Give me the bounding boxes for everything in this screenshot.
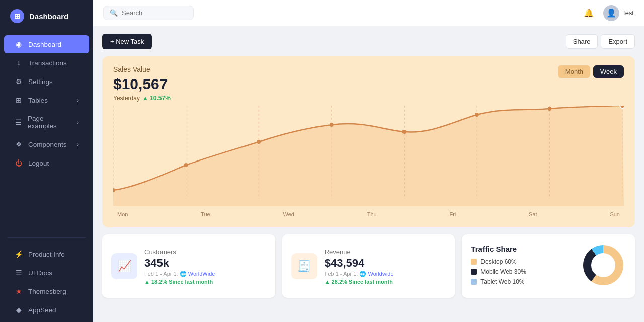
chart-label-mon: Mon	[117, 211, 128, 217]
chart-label-thu: Thu	[367, 211, 377, 217]
appseed-icon: ◆	[14, 306, 23, 314]
sidebar-item-ui-docs[interactable]: ☰ UI Docs	[4, 264, 89, 282]
sidebar-item-transactions[interactable]: ↕ Transactions	[4, 54, 89, 72]
components-arrow-icon: ›	[77, 141, 79, 147]
sidebar-item-page-examples[interactable]: ☰ Page examples ›	[4, 110, 89, 135]
page-examples-icon: ☰	[14, 118, 23, 126]
legend-dot-mobile	[471, 269, 477, 275]
customers-location: 🌐	[180, 271, 188, 277]
week-button[interactable]: Week	[593, 65, 624, 78]
sidebar-item-settings[interactable]: ⚙ Settings	[4, 72, 89, 91]
svg-point-11	[330, 123, 334, 127]
sidebar-nav: ◉ Dashboard ↕ Transactions ⚙ Settings ⊞ …	[0, 32, 93, 233]
svg-point-12	[403, 130, 407, 134]
new-task-button[interactable]: + New Task	[102, 34, 152, 49]
revenue-location-text: Worldwide	[368, 271, 393, 277]
customers-trend: ▲ 18.2% Since last month	[144, 279, 266, 285]
username: test	[623, 9, 634, 17]
month-button[interactable]: Month	[558, 65, 590, 78]
sidebar-label-settings: Settings	[28, 78, 53, 86]
sales-card: Sales Value $10,567 Yesterday ▲ 10.57% M…	[102, 56, 635, 227]
customers-date: Feb 1 - Apr 1.	[144, 271, 178, 277]
revenue-location-icon: 🌐	[359, 271, 368, 277]
sales-title: Sales Value	[113, 65, 624, 73]
avatar: 👤	[603, 5, 619, 21]
chart-label-wed: Wed	[283, 211, 294, 217]
product-info-icon: ⚡	[14, 250, 23, 258]
search-box[interactable]: 🔍	[103, 6, 194, 20]
revenue-meta: Feb 1 - Apr 1. 🌐 Worldwide	[325, 271, 446, 277]
legend-label-desktop: Desktop 60%	[480, 258, 516, 265]
chart-area: Mon Tue Wed Thu Fri Sat Sun	[113, 106, 624, 227]
revenue-date: Feb 1 - Apr 1.	[325, 271, 358, 277]
notification-bell[interactable]: 🔔	[580, 5, 597, 22]
svg-point-13	[475, 113, 479, 117]
revenue-icon-box: 🧾	[291, 253, 317, 279]
ui-docs-icon: ☰	[14, 269, 23, 277]
export-button[interactable]: Export	[601, 34, 635, 49]
revenue-trend: ▲ 28.2% Since last month	[325, 279, 446, 285]
sidebar-label-appseed: AppSeed	[28, 306, 56, 314]
action-row: + New Task Share Export	[102, 34, 635, 49]
svg-point-9	[184, 163, 188, 167]
traffic-card: Traffic Share Desktop 60% Mobile Web 30%	[462, 234, 635, 298]
share-button[interactable]: Share	[566, 34, 598, 49]
sidebar-item-components[interactable]: ❖ Components ›	[4, 135, 89, 153]
logo-icon: ⊞	[10, 9, 24, 23]
page-examples-arrow-icon: ›	[77, 119, 79, 125]
sidebar-divider	[8, 237, 86, 238]
search-input[interactable]	[122, 9, 187, 17]
legend-item-desktop: Desktop 60%	[471, 258, 572, 265]
legend-label-mobile: Mobile Web 30%	[480, 268, 526, 275]
revenue-icon: 🧾	[297, 260, 311, 273]
customers-value: 345k	[144, 257, 266, 270]
legend-dot-desktop	[471, 259, 477, 265]
traffic-donut	[581, 243, 626, 290]
chart-label-tue: Tue	[201, 211, 210, 217]
sidebar-label-product-info: Product Info	[28, 251, 65, 258]
sidebar-item-product-info[interactable]: ⚡ Product Info	[4, 245, 89, 263]
legend-dot-tablet	[471, 279, 477, 285]
tables-arrow-icon: ›	[77, 97, 79, 103]
sidebar-label-dashboard: Dashboard	[28, 41, 61, 48]
period-buttons: Month Week	[558, 65, 624, 78]
legend-item-tablet: Tablet Web 10%	[471, 278, 572, 285]
logout-icon: ⏻	[14, 159, 23, 167]
search-icon: 🔍	[110, 9, 118, 17]
transactions-icon: ↕	[14, 59, 23, 67]
sidebar-item-logout[interactable]: ⏻ Logout	[4, 154, 89, 172]
sidebar-label-transactions: Transactions	[28, 59, 67, 67]
sidebar-item-tables[interactable]: ⊞ Tables ›	[4, 91, 89, 109]
main-content: 🔍 🔔 👤 test + New Task Share Export Sales…	[93, 0, 644, 322]
revenue-card: 🧾 Revenue $43,594 Feb 1 - Apr 1. 🌐 World…	[282, 234, 455, 298]
revenue-info: Revenue $43,594 Feb 1 - Apr 1. 🌐 Worldwi…	[325, 248, 446, 285]
customers-location-text: WorldWide	[188, 271, 215, 277]
sidebar-item-appseed[interactable]: ◆ AppSeed	[4, 301, 89, 319]
svg-point-14	[548, 107, 552, 111]
legend-label-tablet: Tablet Web 10%	[480, 278, 524, 285]
svg-point-10	[257, 140, 261, 144]
tables-icon: ⊞	[14, 96, 23, 104]
chart-label-sat: Sat	[529, 211, 537, 217]
sidebar-title: Dashboard	[29, 12, 68, 21]
sidebar-label-tables: Tables	[28, 97, 48, 104]
sidebar-secondary: ⚡ Product Info ☰ UI Docs ★ Themesberg ◆ …	[0, 242, 93, 322]
chart-label-fri: Fri	[449, 211, 456, 217]
legend-item-mobile: Mobile Web 30%	[471, 268, 572, 275]
svg-point-15	[620, 106, 624, 108]
action-right: Share Export	[566, 34, 635, 49]
chart-label-sun: Sun	[610, 211, 620, 217]
user-profile[interactable]: 👤 test	[603, 5, 634, 21]
sidebar-item-dashboard[interactable]: ◉ Dashboard	[4, 35, 89, 53]
sidebar: ⊞ Dashboard ◉ Dashboard ↕ Transactions ⚙…	[0, 0, 93, 322]
header: 🔍 🔔 👤 test	[93, 0, 644, 26]
sidebar-label-logout: Logout	[28, 159, 49, 167]
sales-sub: Yesterday ▲ 10.57%	[113, 95, 624, 102]
dashboard-icon: ◉	[14, 40, 23, 48]
sidebar-logo: ⊞ Dashboard	[0, 0, 93, 32]
traffic-content: Traffic Share Desktop 60% Mobile Web 30%	[471, 245, 572, 288]
sales-value: $10,567	[113, 75, 624, 93]
sidebar-item-themesberg[interactable]: ★ Themesberg	[4, 282, 89, 300]
customers-icon: 📈	[118, 260, 131, 273]
components-icon: ❖	[14, 140, 23, 148]
